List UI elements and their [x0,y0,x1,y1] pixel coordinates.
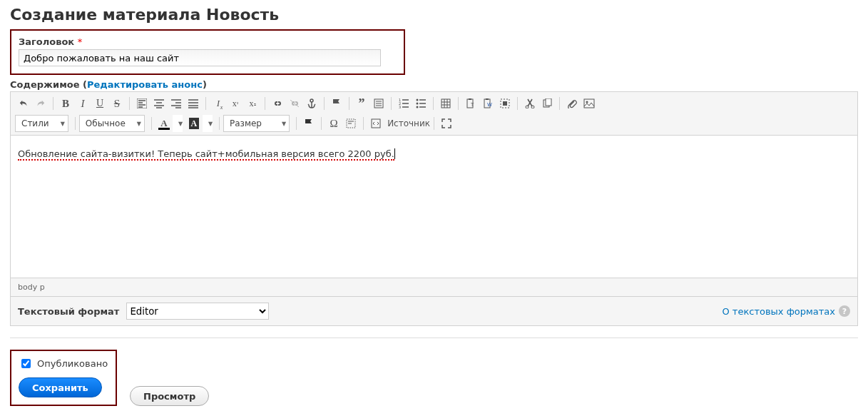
text-format-select[interactable]: Editor [126,303,269,320]
editor-body-text: Обновление сайта-визитки! Теперь сайт+мо… [18,148,394,161]
flag-marker-icon[interactable] [300,115,317,132]
edit-teaser-link[interactable]: Редактировать анонс [87,79,203,90]
save-button[interactable]: Сохранить [19,377,102,397]
bg-color-icon[interactable]: A [185,115,203,132]
separator [296,117,297,130]
editor-toolbar: B I U S Ix x² x₂ ” 123 [11,92,857,136]
preview-button[interactable]: Просмотр [130,386,209,406]
svg-rect-11 [469,98,471,100]
bold-icon[interactable]: B [57,95,74,112]
elements-path[interactable]: body p [11,278,857,297]
svg-point-18 [526,106,529,108]
underline-icon[interactable]: U [91,95,108,112]
svg-text:T: T [470,102,474,108]
separator [324,97,325,110]
divider [10,338,858,338]
svg-rect-17 [503,101,507,106]
text-caret [394,148,395,159]
link-icon[interactable] [269,95,286,112]
svg-rect-22 [584,99,594,108]
strikethrough-icon[interactable]: S [108,95,126,112]
maximize-icon[interactable] [438,115,455,132]
svg-rect-21 [546,98,551,106]
separator [219,117,220,130]
about-text-formats-label: О текстовых форматах [722,306,835,317]
unlink-icon[interactable] [286,95,303,112]
published-label: Опубликовано [37,358,108,369]
text-format-label: Текстовый формат [18,306,119,317]
form-actions: Опубликовано Сохранить Просмотр [10,350,858,406]
svg-point-6 [417,99,419,101]
publish-and-save-group: Опубликовано Сохранить [10,350,117,406]
svg-point-8 [417,106,419,108]
toolbar-row-1: B I U S Ix x² x₂ ” 123 [15,95,853,115]
styles-dropdown[interactable]: Стили▼ [15,115,68,132]
separator [151,117,152,130]
content-label-text: Содержимое [10,79,80,90]
undo-icon[interactable] [15,95,32,112]
anchor-icon[interactable] [303,95,320,112]
paragraph-format-dropdown[interactable]: Обычное▼ [79,115,145,132]
title-label-text: Заголовок [19,36,74,47]
cut-icon[interactable] [521,95,538,112]
italic-icon[interactable]: I [74,95,91,112]
about-text-formats-link[interactable]: О текстовых форматах ? [722,305,850,317]
separator [433,97,434,110]
blockquote-icon[interactable]: ” [353,95,370,112]
title-label: Заголовок * [19,36,397,47]
separator [53,97,53,110]
separator [75,117,76,130]
superscript-icon[interactable]: x² [227,95,244,112]
page-title: Создание материала Новость [10,6,858,24]
required-star-icon: * [78,36,83,47]
align-right-icon[interactable] [168,95,185,112]
attachment-icon[interactable] [563,95,581,112]
paste-text-icon[interactable]: T [462,95,479,112]
svg-point-1 [310,99,313,102]
subscript-icon[interactable]: x₂ [244,95,261,112]
font-size-dropdown[interactable]: Размер▼ [223,115,290,132]
div-container-icon[interactable] [370,95,387,112]
image-icon[interactable] [581,95,598,112]
redo-icon[interactable] [32,95,49,112]
svg-point-7 [417,103,419,105]
svg-text:3: 3 [399,105,401,108]
text-color-dropdown[interactable]: ▼ [173,115,183,132]
special-char-icon[interactable]: Ω [325,115,342,132]
remove-format-icon[interactable]: Ix [210,95,227,112]
source-button-label[interactable]: Источник [387,118,430,128]
table-icon[interactable] [437,95,454,112]
source-icon[interactable] [367,115,384,132]
separator [205,97,206,110]
editor-content-area[interactable]: Обновление сайта-визитки! Теперь сайт+мо… [11,136,857,278]
copy-icon[interactable] [538,95,556,112]
help-icon: ? [839,305,850,317]
separator [434,117,434,130]
select-all-icon[interactable] [496,95,514,112]
svg-point-19 [531,106,534,108]
title-field-group: Заголовок * [10,29,405,75]
align-left-icon[interactable] [133,95,150,112]
separator [363,117,364,130]
title-input[interactable] [19,49,381,66]
separator [517,97,518,110]
separator [265,97,265,110]
toolbar-row-2: Стили▼ Обычное▼ A ▼ A ▼ Размер▼ Ω Источн… [15,115,853,135]
numbered-list-icon[interactable]: 123 [395,95,412,112]
text-color-icon[interactable]: A [155,115,173,132]
align-justify-icon[interactable] [185,95,202,112]
bg-color-dropdown[interactable]: ▼ [203,115,213,132]
align-center-icon[interactable] [150,95,168,112]
separator [321,117,322,130]
published-checkbox[interactable] [21,359,31,368]
text-format-bar: Текстовый формат Editor О текстовых форм… [11,297,857,325]
flag-icon[interactable] [328,95,345,112]
show-blocks-icon[interactable] [342,115,359,132]
published-checkbox-row[interactable]: Опубликовано [19,357,108,370]
svg-point-23 [586,101,588,103]
svg-rect-9 [441,99,450,108]
separator [559,97,560,110]
paste-word-icon[interactable]: W [479,95,496,112]
bulleted-list-icon[interactable] [412,95,429,112]
svg-text:W: W [487,102,492,108]
